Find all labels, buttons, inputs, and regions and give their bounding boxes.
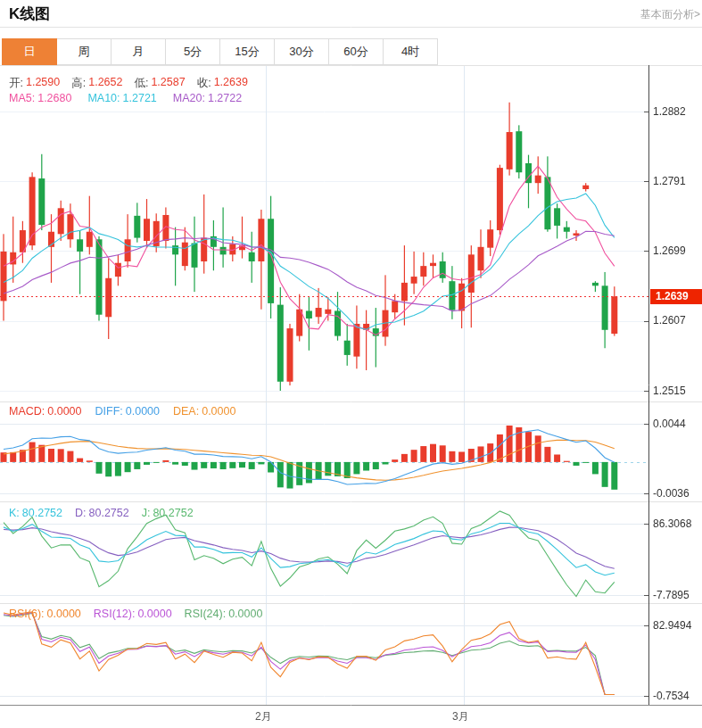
rsi-info-row: RSI(6):0.0000 RSI(12):0.0000 RSI(24):0.0… — [9, 608, 262, 620]
period-tabbar: 日 周 月 5分 15分 30分 60分 4时 — [2, 38, 438, 65]
dea-value: DEA:0.0000 — [173, 405, 235, 418]
tab-60min[interactable]: 60分 — [328, 38, 384, 65]
tab-month[interactable]: 月 — [111, 38, 166, 65]
y-tick-main-4: 1.2607 — [653, 314, 686, 327]
low-value: 低:1.2587 — [134, 76, 185, 91]
tab-4hour[interactable]: 4时 — [383, 38, 438, 65]
j-value: J:80.2752 — [142, 507, 194, 519]
ma5-value: MA5:1.2680 — [9, 92, 71, 104]
diff-value: DIFF:0.0000 — [95, 405, 160, 418]
y-tick-main-3: 1.2699 — [653, 244, 686, 257]
y-tick-kdj-top: 86.3068 — [653, 517, 691, 530]
page-title: K线图 — [9, 4, 50, 24]
y-tick-rsi-top: 82.9494 — [653, 619, 691, 632]
current-price-tag: 1.2639 — [650, 289, 702, 304]
ma20-value: MA20:1.2722 — [173, 92, 242, 104]
tab-day[interactable]: 日 — [2, 38, 57, 65]
tab-week[interactable]: 周 — [56, 38, 111, 65]
y-tick-rsi-bottom: -0.7534 — [653, 690, 690, 702]
y-tick-macd-top: 0.0044 — [653, 418, 686, 430]
ma-info-row: MA5:1.2680 MA10:1.2721 MA20:1.2722 — [9, 92, 242, 104]
macd-value: MACD:0.0000 — [9, 405, 82, 418]
y-tick-kdj-bottom: -7.7895 — [653, 589, 690, 601]
kdj-info-row: K:80.2752 D:80.2752 J:80.2752 — [9, 507, 194, 519]
y-tick-macd-bottom: -0.0036 — [653, 487, 690, 500]
y-tick-main-2: 1.2791 — [653, 175, 686, 187]
close-value: 收:1.2639 — [197, 76, 248, 91]
x-tick-march: 3月 — [452, 709, 469, 724]
ma10-value: MA10:1.2721 — [87, 92, 156, 104]
rsi6-value: RSI(6):0.0000 — [9, 608, 81, 620]
fundamental-analysis-link[interactable]: 基本面分析> — [640, 7, 700, 22]
y-tick-main-1: 1.2882 — [653, 105, 686, 118]
open-value: 开:1.2590 — [9, 76, 60, 91]
rsi12-value: RSI(12):0.0000 — [94, 608, 172, 620]
high-value: 高:1.2652 — [71, 76, 122, 91]
x-tick-february: 2月 — [255, 709, 272, 724]
k-value: K:80.2752 — [9, 507, 62, 519]
y-tick-main-5: 1.2515 — [653, 385, 686, 397]
macd-info-row: MACD:0.0000 DIFF:0.0000 DEA:0.0000 — [9, 405, 235, 418]
d-value: D:80.2752 — [75, 507, 129, 519]
tab-15min[interactable]: 15分 — [219, 38, 275, 65]
ohlc-info-row: 开:1.2590 高:1.2652 低:1.2587 收:1.2639 — [9, 76, 248, 91]
rsi24-value: RSI(24):0.0000 — [185, 608, 263, 620]
tab-30min[interactable]: 30分 — [274, 38, 329, 65]
tab-5min[interactable]: 5分 — [165, 38, 220, 65]
kline-page: K线图 基本面分析> 日 周 月 5分 15分 30分 60分 4时 开:1.2… — [0, 0, 702, 728]
